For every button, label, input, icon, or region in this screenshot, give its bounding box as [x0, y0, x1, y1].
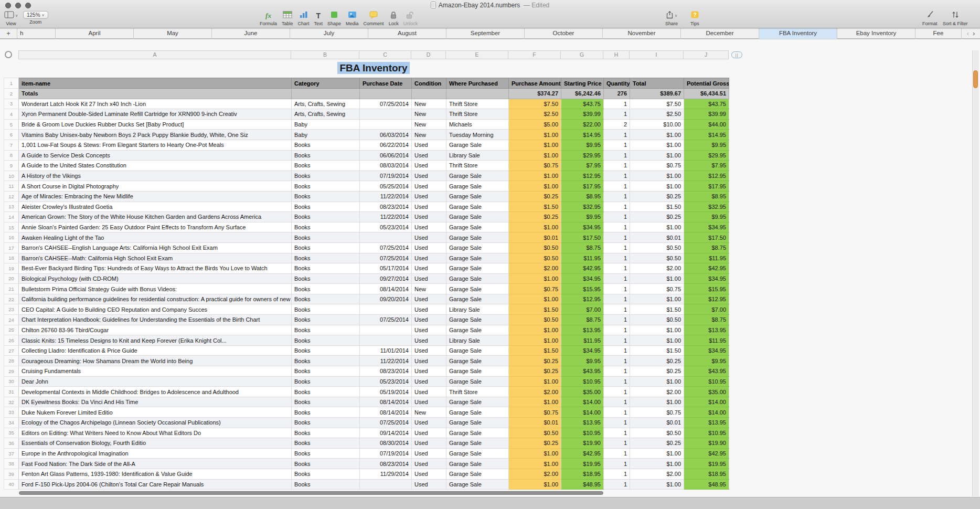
- cell-date[interactable]: Purchase Date: [360, 78, 412, 89]
- cell-where[interactable]: Garage Sale: [446, 345, 509, 356]
- cell-amt[interactable]: $1.00: [509, 140, 561, 150]
- cell-cond[interactable]: Used: [412, 273, 446, 284]
- cell-cond[interactable]: Used: [412, 438, 446, 449]
- cell-total[interactable]: $0.25: [630, 356, 684, 366]
- cell-cat[interactable]: Books: [292, 448, 360, 459]
- cell-start[interactable]: $11.95: [561, 335, 604, 346]
- cell-name[interactable]: Chilton 26760 83-96 Tbird/Cougar: [19, 325, 292, 335]
- cell-start[interactable]: $13.95: [561, 418, 604, 428]
- cell-gross[interactable]: $7.00: [684, 304, 729, 315]
- cell-cat[interactable]: Books: [292, 428, 360, 438]
- cell-amt[interactable]: $1.00: [509, 459, 561, 469]
- cell-name[interactable]: American Grown: The Story of the White H…: [19, 212, 292, 222]
- cell-name[interactable]: Best-Ever Backyard Birding Tips: Hundred…: [19, 263, 292, 274]
- sheet-tab-fee[interactable]: Fee: [915, 28, 962, 39]
- cell-amt[interactable]: $1.00: [509, 397, 561, 407]
- cell-name[interactable]: Barron's CAHSEE--Math: California High S…: [19, 253, 292, 263]
- cell-start[interactable]: $32.95: [561, 202, 604, 212]
- cell-start[interactable]: $8.75: [561, 242, 604, 253]
- cell-cat[interactable]: Arts, Crafts, Sewing: [292, 99, 360, 109]
- cell-cat[interactable]: Baby: [292, 119, 360, 130]
- cell-cond[interactable]: Used: [412, 232, 446, 243]
- row-number[interactable]: 17: [4, 242, 19, 253]
- shape-button[interactable]: Shape: [327, 11, 341, 26]
- cell-start[interactable]: $42.95: [561, 263, 604, 274]
- cell-gross[interactable]: $8.75: [684, 242, 729, 253]
- cell-name[interactable]: Aleister Crowley's Illustrated Goetia: [19, 202, 292, 212]
- tips-button[interactable]: ? Tips: [690, 11, 699, 26]
- column-letter-f[interactable]: F: [508, 50, 561, 59]
- cell-cat[interactable]: Books: [292, 253, 360, 263]
- cell-cat[interactable]: Books: [292, 345, 360, 356]
- sheet-tab-november[interactable]: November: [603, 28, 681, 39]
- cell-cond[interactable]: Used: [412, 263, 446, 274]
- cell-qty[interactable]: 1: [604, 407, 630, 418]
- row-number[interactable]: 13: [4, 202, 19, 212]
- column-letter-c[interactable]: C: [359, 50, 411, 59]
- cell-total[interactable]: $1.00: [630, 335, 684, 346]
- cell-amt[interactable]: $1.00: [509, 325, 561, 335]
- cell-start[interactable]: $13.95: [561, 325, 604, 335]
- cell-total[interactable]: $0.50: [630, 242, 684, 253]
- cell-start[interactable]: $43.75: [561, 99, 604, 109]
- cell-total[interactable]: $0.25: [630, 438, 684, 449]
- cell-amt[interactable]: $0.75: [509, 161, 561, 171]
- cell-cond[interactable]: Used: [412, 212, 446, 222]
- cell-amt[interactable]: $2.50: [509, 109, 561, 120]
- cell-cond[interactable]: New: [412, 119, 446, 130]
- cell-cat[interactable]: Books: [292, 212, 360, 222]
- row-number[interactable]: 2: [4, 89, 19, 99]
- cell-total[interactable]: $1.00: [630, 171, 684, 181]
- cell-amt[interactable]: $0.25: [509, 366, 561, 377]
- column-letter-b[interactable]: B: [291, 50, 359, 59]
- cell-total[interactable]: $2.00: [630, 387, 684, 397]
- cell-where[interactable]: Michaels: [446, 119, 509, 130]
- cell-cat[interactable]: Books: [292, 325, 360, 335]
- cell-amt[interactable]: $1.00: [509, 130, 561, 140]
- cell-amt[interactable]: $1.00: [509, 376, 561, 387]
- cell-where[interactable]: Garage Sale: [446, 315, 509, 325]
- cell-start[interactable]: $14.95: [561, 130, 604, 140]
- cell-start[interactable]: $7.95: [561, 161, 604, 171]
- cell-gross[interactable]: $39.99: [684, 109, 729, 120]
- table-title[interactable]: FBA Inventory: [18, 62, 729, 74]
- row-number[interactable]: 35: [4, 428, 19, 438]
- cell-where[interactable]: Garage Sale: [446, 253, 509, 263]
- cell-gross[interactable]: $17.50: [684, 232, 729, 243]
- cell-start[interactable]: $15.95: [561, 284, 604, 294]
- cell-date[interactable]: 11/22/2014: [360, 212, 412, 222]
- cell-name[interactable]: Cruising Fundamentals: [19, 366, 292, 377]
- cell-qty[interactable]: 1: [604, 315, 630, 325]
- cell-name[interactable]: Editors on Editing: What Writers Need to…: [19, 428, 292, 438]
- cell-amt[interactable]: $0.01: [509, 232, 561, 243]
- cell-cond[interactable]: Condition: [412, 78, 446, 89]
- cell-date[interactable]: 08/23/2014: [360, 366, 412, 377]
- cell-cond[interactable]: Used: [412, 191, 446, 202]
- cell-date[interactable]: 08/14/2014: [360, 284, 412, 294]
- cell-gross[interactable]: $14.00: [684, 407, 729, 418]
- cell-cond[interactable]: Used: [412, 428, 446, 438]
- cell-cat[interactable]: Books: [292, 284, 360, 294]
- cell-qty[interactable]: 1: [604, 294, 630, 304]
- cell-date[interactable]: [360, 232, 412, 243]
- cell-cat[interactable]: Books: [292, 294, 360, 304]
- cell-gross[interactable]: $11.95: [684, 253, 729, 263]
- cell-cond[interactable]: Used: [412, 366, 446, 377]
- cell-total[interactable]: $0.75: [630, 284, 684, 294]
- cell-name[interactable]: A Short Course in Digital Photography: [19, 181, 292, 192]
- cell-name[interactable]: Essentials of Conservation Biology, Four…: [19, 438, 292, 449]
- tab-scroll-left-icon[interactable]: ‹: [967, 29, 969, 37]
- cell-start[interactable]: $9.95: [561, 212, 604, 222]
- cell-name[interactable]: A Guide to Service Desk Concepts: [19, 150, 292, 161]
- cell-where[interactable]: Garage Sale: [446, 448, 509, 459]
- row-number[interactable]: 9: [4, 161, 19, 171]
- cell-cat[interactable]: Books: [292, 202, 360, 212]
- cell-amt[interactable]: $1.50: [509, 304, 561, 315]
- cell-where[interactable]: Garage Sale: [446, 469, 509, 479]
- cell-amt[interactable]: $1.50: [509, 202, 561, 212]
- cell-gross[interactable]: $42.95: [684, 263, 729, 274]
- cell-start[interactable]: $34.95: [561, 345, 604, 356]
- column-letter-h[interactable]: H: [603, 50, 630, 59]
- cell-start[interactable]: Starting Price: [561, 78, 604, 89]
- cell-cond[interactable]: Used: [412, 171, 446, 181]
